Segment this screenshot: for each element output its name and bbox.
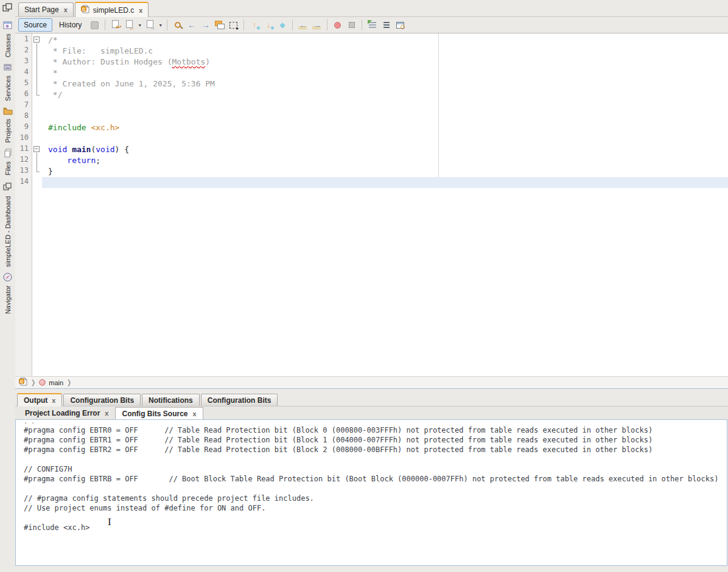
history-view-button[interactable]: History: [54, 18, 87, 32]
code-line[interactable]: [48, 111, 728, 122]
tab-configuration-bits-2[interactable]: Configuration Bits: [201, 394, 278, 406]
record-macro-icon[interactable]: [331, 19, 344, 32]
sidebar-label: Navigator: [4, 285, 12, 314]
code-line[interactable]: }: [48, 166, 728, 177]
output-line: #pragma config EBTRB = OFF // Boot Block…: [24, 474, 727, 484]
comment-icon[interactable]: [366, 19, 379, 32]
tab-label: Config Bits Source: [122, 410, 187, 418]
close-icon[interactable]: x: [192, 410, 197, 417]
tab-project-loading-error[interactable]: Project Loading Error x: [18, 407, 115, 419]
sidebar-label: Services: [4, 75, 12, 101]
code-line[interactable]: * Created on June 1, 2025, 5:36 PM: [48, 78, 728, 89]
tab-configuration-bits-1[interactable]: Configuration Bits: [63, 394, 141, 406]
code-line[interactable]: [48, 100, 728, 111]
toggle-bookmark-icon[interactable]: ◆: [276, 19, 289, 32]
toggle-highlight-search-icon[interactable]: [213, 19, 226, 32]
tab-output[interactable]: Output x: [17, 393, 62, 406]
output-line: #pragma config EBTR1 = OFF // Table Read…: [24, 435, 727, 445]
code-line[interactable]: * Author: Dustin Hodges (Motbots): [48, 57, 728, 68]
close-icon[interactable]: x: [63, 6, 68, 13]
output-text[interactable]: #pragma config EBTR0 = OFF // Table Read…: [16, 424, 727, 532]
shift-line-left-icon[interactable]: ←: [296, 19, 309, 32]
output-line: // #pragma config statements should prec…: [24, 494, 727, 503]
output-panel[interactable]: . . #pragma config EBTR0 = OFF // Table …: [15, 419, 727, 566]
sidebar-item-projects[interactable]: Projects: [3, 106, 13, 143]
float-window-icon[interactable]: [2, 3, 13, 13]
editor-gutter[interactable]: 1234567891011121314: [15, 33, 32, 376]
output-line: [24, 484, 727, 494]
close-icon[interactable]: x: [138, 7, 142, 14]
ibeam-cursor: I: [108, 516, 111, 528]
shift-line-right-icon[interactable]: →: [310, 19, 323, 32]
tab-label: simpleLED.c: [93, 6, 134, 15]
code-line[interactable]: [42, 177, 728, 188]
editor-tab-bar: Start Page x C simpleLED.c x: [15, 0, 728, 17]
forward-icon[interactable]: →: [144, 19, 156, 32]
forward-dropdown-icon[interactable]: ▾: [158, 23, 163, 28]
breadcrumb: C ❭ main ❭: [15, 376, 728, 389]
clipped-scroll-line: . .: [16, 420, 727, 424]
tab-label: Configuration Bits: [208, 396, 271, 405]
back-icon[interactable]: ←: [123, 19, 136, 32]
output-line: #include <xc.h>: [24, 523, 727, 532]
editor-folds[interactable]: −−: [32, 33, 42, 376]
tab-config-bits-source[interactable]: Config Bits Source x: [115, 407, 203, 420]
close-icon[interactable]: x: [103, 410, 108, 417]
code-line[interactable]: [48, 133, 728, 144]
c-file-icon: C: [81, 5, 89, 15]
code-line[interactable]: * File: simpleLED.c: [48, 46, 728, 57]
code-line[interactable]: /*: [48, 35, 728, 46]
output-line: #pragma config EBTR2 = OFF // Table Read…: [24, 445, 727, 455]
sidebar-label: Files: [4, 161, 12, 175]
format-icon[interactable]: [88, 19, 101, 32]
tab-label: Start Page: [24, 5, 59, 14]
output-line: #pragma config EBTR0 = OFF // Table Read…: [24, 425, 727, 435]
code-line[interactable]: */: [48, 89, 728, 100]
chevron-right-icon: ❭: [30, 378, 36, 386]
chevron-right-icon: ❭: [66, 378, 72, 386]
uncomment-icon[interactable]: [380, 19, 393, 32]
code-line[interactable]: #include <xc.h>: [48, 122, 728, 133]
services-icon: [3, 63, 12, 74]
mplab-ide-window: Start Page x C simpleLED.c x Source Hist…: [0, 0, 728, 572]
close-icon[interactable]: x: [51, 397, 55, 404]
sidebar-item-services[interactable]: Services: [3, 63, 12, 101]
sidebar-item-simpleled-dashboard[interactable]: simpleLED - Dashboard: [4, 196, 12, 267]
sidebar-item-navigator[interactable]: Navigator: [3, 273, 12, 314]
files-icon: [4, 148, 12, 159]
tab-notifications[interactable]: Notifications: [142, 394, 200, 406]
rectangular-selection-icon[interactable]: [227, 19, 240, 32]
previous-occurrence-icon[interactable]: ←: [185, 19, 198, 32]
sidebar-item-files[interactable]: Files: [4, 148, 12, 175]
sidebar-item-classes[interactable]: Classes: [3, 21, 12, 57]
code-editor: 1234567891011121314 −− /* * File: simple…: [15, 33, 728, 376]
code-line[interactable]: void main(void) {: [48, 144, 728, 155]
find-selection-icon[interactable]: [171, 19, 184, 32]
editor-code[interactable]: /* * File: simpleLED.c * Author: Dustin …: [42, 33, 728, 376]
navigator-icon: [3, 273, 12, 284]
source-view-button[interactable]: Source: [18, 18, 52, 32]
sidebar-label: Projects: [4, 119, 12, 143]
tab-start-page[interactable]: Start Page x: [18, 2, 74, 16]
method-icon: [39, 379, 46, 386]
toolbar-separator: [292, 19, 293, 30]
tab-label: Project Loading Error: [25, 409, 100, 417]
toolbar-separator: [105, 19, 105, 30]
last-edited-icon[interactable]: ↩: [109, 19, 122, 32]
float-window-icon[interactable]: [3, 183, 12, 192]
inspect-members-icon[interactable]: [394, 19, 407, 32]
tab-simpleled-c[interactable]: C simpleLED.c x: [75, 2, 149, 17]
c-file-icon[interactable]: C: [19, 377, 27, 388]
output-line: [24, 513, 727, 523]
projects-icon: [3, 106, 13, 117]
back-dropdown-icon[interactable]: ▾: [137, 23, 142, 28]
code-line[interactable]: return;: [48, 155, 728, 166]
editor-toolbar: Source History ↩ ← ▾ → ▾ ← → ↑◆ ↓◆ ◆ ← →: [15, 17, 728, 33]
next-bookmark-icon[interactable]: ↓◆: [262, 19, 275, 32]
next-occurrence-icon[interactable]: →: [199, 19, 212, 32]
breadcrumb-method[interactable]: main: [49, 379, 63, 386]
stop-macro-icon[interactable]: [345, 19, 358, 32]
toolbar-separator: [243, 19, 244, 30]
previous-bookmark-icon[interactable]: ↑◆: [248, 19, 261, 32]
code-line[interactable]: *: [48, 68, 728, 78]
